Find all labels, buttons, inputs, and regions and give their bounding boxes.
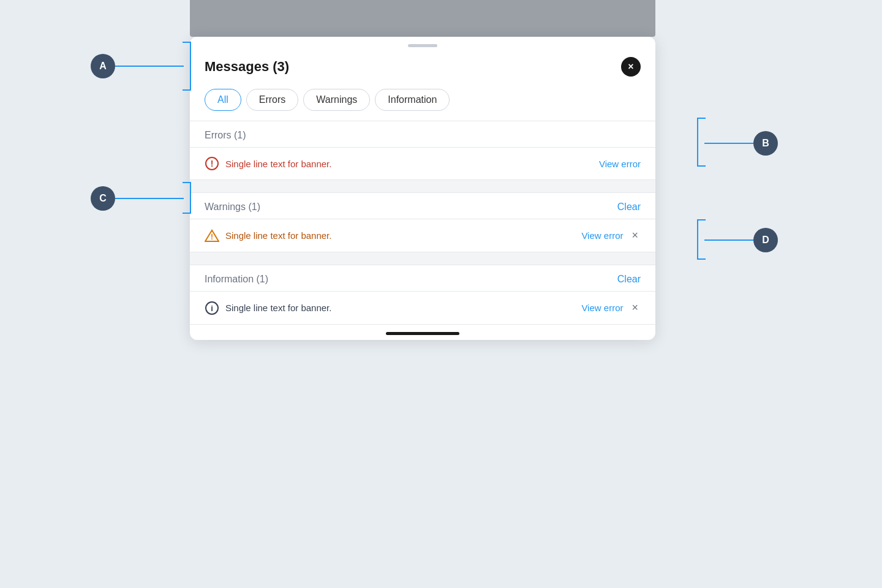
filter-tab-warnings[interactable]: Warnings (303, 89, 370, 111)
errors-section: Errors (1) ! Single line text for banner… (190, 121, 655, 180)
svg-text:!: ! (211, 159, 214, 168)
warning-message-row: ! Single line text for banner. View erro… (190, 219, 655, 252)
errors-section-header: Errors (1) (190, 121, 655, 147)
background-top-bar (190, 0, 655, 37)
annotation-d-bracket (697, 219, 706, 260)
info-view-error-link[interactable]: View error (581, 303, 623, 313)
warning-dismiss-button[interactable]: × (629, 228, 641, 243)
annotation-b-bracket (697, 118, 706, 167)
modal-header: Messages (3) × (190, 47, 655, 84)
annotation-d-line (704, 239, 753, 241)
bottom-bar (190, 325, 655, 340)
information-clear-button[interactable]: Clear (617, 274, 641, 285)
information-section-title: Information (1) (205, 274, 268, 285)
info-message-row: i Single line text for banner. View erro… (190, 291, 655, 325)
annotation-b: B (753, 131, 778, 156)
filter-tab-errors[interactable]: Errors (246, 89, 299, 111)
svg-text:!: ! (211, 233, 213, 241)
annotation-a: A (91, 54, 115, 78)
errors-section-title: Errors (1) (205, 130, 246, 141)
messages-modal: Messages (3) × All Errors Warnings Infor… (190, 37, 655, 340)
warning-view-error-link[interactable]: View error (581, 230, 623, 241)
information-section: Information (1) Clear i Single line text… (190, 265, 655, 325)
annotation-c: C (91, 186, 115, 211)
spacer-2 (190, 252, 655, 265)
filter-tabs: All Errors Warnings Information (190, 84, 655, 121)
drag-handle[interactable] (190, 37, 655, 47)
annotation-a-line (115, 66, 184, 67)
bottom-bar-indicator (386, 332, 459, 335)
annotation-a-bracket (183, 42, 191, 91)
warning-message-text: Single line text for banner. (225, 230, 573, 241)
filter-tab-information[interactable]: Information (375, 89, 450, 111)
info-icon: i (205, 301, 219, 315)
spacer-1 (190, 180, 655, 192)
warnings-section: Warnings (1) Clear ! Single line text fo… (190, 192, 655, 252)
modal-title: Messages (3) (205, 59, 289, 75)
warning-icon: ! (205, 228, 219, 243)
annotation-d: D (753, 228, 778, 252)
warnings-section-header: Warnings (1) Clear (190, 192, 655, 219)
annotation-c-line (115, 198, 184, 199)
error-message-row: ! Single line text for banner. View erro… (190, 147, 655, 180)
error-icon: ! (205, 156, 219, 171)
info-message-text: Single line text for banner. (225, 303, 573, 313)
warnings-clear-button[interactable]: Clear (617, 202, 641, 213)
warnings-section-title: Warnings (1) (205, 202, 260, 213)
error-message-text: Single line text for banner. (225, 159, 590, 169)
info-dismiss-button[interactable]: × (629, 300, 641, 315)
error-view-error-link[interactable]: View error (599, 159, 641, 169)
drag-handle-bar (408, 44, 437, 47)
information-section-header: Information (1) Clear (190, 265, 655, 291)
close-button[interactable]: × (621, 57, 641, 77)
annotation-b-line (704, 143, 753, 144)
filter-tab-all[interactable]: All (205, 89, 241, 111)
svg-text:i: i (211, 304, 213, 313)
annotation-c-bracket (183, 182, 191, 214)
